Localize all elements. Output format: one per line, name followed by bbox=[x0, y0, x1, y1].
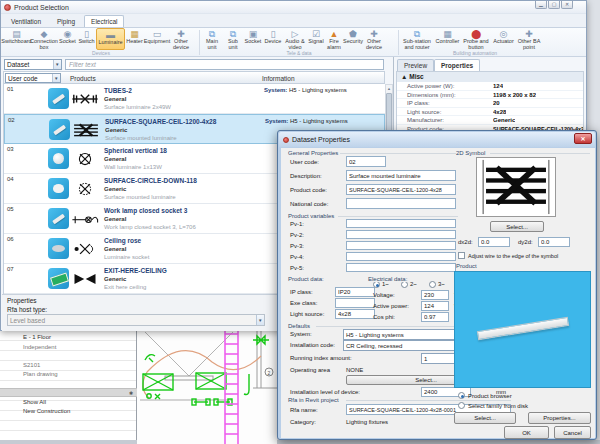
product-3d-preview[interactable] bbox=[454, 271, 591, 388]
ribbon-item-luminaire[interactable]: ▬Luminaire bbox=[96, 28, 125, 50]
ribbon-item-audio-video[interactable]: ▷Audio & video bbox=[283, 28, 307, 50]
product-code-field[interactable] bbox=[346, 184, 456, 195]
select-family-disk-radio[interactable] bbox=[458, 402, 465, 409]
tree-item-s2101[interactable]: S2101 bbox=[23, 362, 40, 368]
tab-electrical[interactable]: Electrical bbox=[84, 15, 124, 27]
svg-text:2: 2 bbox=[268, 370, 271, 376]
symbol-select-button[interactable]: Select... bbox=[490, 221, 544, 232]
ribbon-item-controller[interactable]: ▦Controller bbox=[434, 28, 461, 50]
cancel-button[interactable]: Cancel bbox=[554, 426, 591, 439]
tab-piping[interactable]: Piping bbox=[50, 15, 82, 27]
product-group-legend: Product bbox=[456, 263, 479, 269]
property-row[interactable]: Light source:4x28 bbox=[397, 108, 583, 117]
maximize-button[interactable]: ▢ bbox=[548, 1, 560, 9]
user-code-field[interactable] bbox=[346, 156, 386, 167]
phase-1-radio[interactable] bbox=[373, 281, 380, 288]
dataset-combo[interactable]: Dataset▼ bbox=[4, 59, 62, 70]
system-label: System: bbox=[290, 331, 312, 337]
ribbon-item-signal[interactable]: ☑Signal bbox=[307, 28, 325, 50]
tab-properties[interactable]: Properties bbox=[434, 59, 480, 71]
pv3-field[interactable] bbox=[346, 241, 456, 250]
close-button[interactable]: ✕ bbox=[561, 1, 573, 9]
property-row[interactable]: IP class:20 bbox=[397, 99, 583, 108]
phase-3-radio[interactable] bbox=[429, 281, 436, 288]
dialog-close-button[interactable]: ✕ bbox=[574, 133, 592, 144]
tree-band-icon[interactable]: ✱ bbox=[129, 390, 133, 396]
national-code-field[interactable] bbox=[346, 198, 456, 209]
ribbon-item-fire-alarm[interactable]: ▲Fire alarm bbox=[325, 28, 343, 50]
floor-plan-svg: 2 bbox=[137, 330, 277, 444]
minimize-button[interactable]: ▁ bbox=[535, 1, 547, 9]
pv2-field[interactable] bbox=[346, 230, 456, 239]
ribbon-item-probe-button[interactable]: ⬤Probe and button bbox=[461, 28, 491, 50]
product-properties-button[interactable]: Properties... bbox=[528, 412, 591, 424]
products-column-header[interactable]: Products bbox=[70, 75, 96, 82]
tab-preview[interactable]: Preview bbox=[397, 59, 434, 71]
ribbon-item-main-unit[interactable]: ⧉Main unit bbox=[201, 28, 223, 50]
floor-plan-drawing[interactable]: 2 bbox=[137, 330, 277, 444]
ribbon-item-other-ba-point[interactable]: ✚Other BA point bbox=[516, 28, 542, 50]
ribbon-item-equipment[interactable]: ▭Equipment bbox=[144, 28, 170, 50]
adjust-wire-checkbox[interactable] bbox=[458, 252, 465, 259]
window-titlebar[interactable]: Product Selection bbox=[1, 1, 586, 14]
ribbon-item-actuator[interactable]: ◎Actuator bbox=[491, 28, 516, 50]
pv5-field[interactable] bbox=[346, 263, 456, 272]
ribbon-item-switch[interactable]: ▯Switch bbox=[77, 28, 96, 50]
description-field[interactable] bbox=[346, 170, 456, 181]
tree-item-show-all[interactable]: Show All bbox=[23, 399, 46, 405]
product-select-button[interactable]: Select... bbox=[454, 412, 516, 424]
tree-item-floor[interactable]: E - 1 Floor bbox=[23, 334, 51, 340]
property-row[interactable]: Manufacturer:Generic bbox=[397, 116, 583, 125]
phase-2-radio[interactable] bbox=[401, 281, 408, 288]
ribbon-item-security[interactable]: ⬟Security bbox=[343, 28, 363, 50]
cos-phi-field[interactable] bbox=[421, 312, 449, 322]
national-code-label: National code: bbox=[290, 201, 328, 207]
ribbon-item-heater[interactable]: ▦Heater bbox=[125, 28, 144, 50]
ribbon-item-other-device[interactable]: ✚Other device bbox=[170, 28, 192, 50]
ribbon-item-switchboard[interactable]: ▤Switchboard bbox=[3, 28, 30, 50]
electrical-data-legend: Electrical data: bbox=[368, 276, 409, 282]
cos-phi-label: Cos phi: bbox=[373, 314, 395, 320]
tree-item-new-construction[interactable]: New Construction bbox=[23, 408, 70, 414]
tab-ventilation[interactable]: Ventilation bbox=[4, 15, 48, 27]
phase-2-label: 2~ bbox=[410, 281, 417, 287]
property-group-misc[interactable]: ▲ Misc bbox=[397, 72, 583, 82]
ribbon-item-socket[interactable]: ◉Socket bbox=[58, 28, 77, 50]
property-row[interactable]: Dimensions (mm):1198 x 200 x 82 bbox=[397, 91, 583, 100]
scroll-up-icon[interactable]: ▲ bbox=[386, 86, 392, 91]
ribbon-item-sub-station-router[interactable]: ⧉Sub-station and router bbox=[400, 28, 434, 50]
tree-item-plan-drawing[interactable]: Plan drawing bbox=[23, 371, 58, 377]
filter-input[interactable] bbox=[65, 59, 384, 70]
ribbon-item-other-device-tele[interactable]: ✚Other device bbox=[363, 28, 385, 50]
project-browser-panel: E - 1 Floor Independent S2101 Plan drawi… bbox=[0, 331, 137, 440]
table-row[interactable]: 01 TUBES-2 General Surface luminaire 2x4… bbox=[4, 84, 385, 114]
ribbon-tab-bar: Ventilation Piping Electrical bbox=[1, 14, 586, 28]
operating-area-value: NONE bbox=[346, 367, 363, 373]
dy2d-field[interactable] bbox=[538, 237, 570, 247]
exe-class-field[interactable] bbox=[335, 298, 375, 308]
operating-area-label: Operating area bbox=[290, 367, 330, 373]
pv4-field[interactable] bbox=[346, 252, 456, 261]
voltage-field[interactable] bbox=[421, 290, 449, 300]
ribbon-item-connection-box[interactable]: ◆Connection box bbox=[30, 28, 58, 50]
light-source-field[interactable] bbox=[335, 309, 375, 319]
ip-class-field[interactable] bbox=[335, 287, 375, 297]
dialog-title: Dataset Properties bbox=[292, 136, 350, 143]
ribbon-item-socket-tele[interactable]: ▣Socket bbox=[243, 28, 263, 50]
property-row[interactable]: Active power (W):124 bbox=[397, 82, 583, 91]
dialog-titlebar[interactable]: Dataset Properties bbox=[279, 132, 595, 147]
information-column-header[interactable]: Information bbox=[262, 75, 295, 82]
product-browser-radio[interactable] bbox=[458, 392, 465, 399]
ok-button[interactable]: OK bbox=[504, 426, 549, 439]
pv1-field[interactable] bbox=[346, 219, 456, 228]
ip-class-label: IP class: bbox=[290, 289, 313, 295]
active-power-field[interactable] bbox=[421, 301, 449, 311]
dx2d-field[interactable] bbox=[478, 237, 510, 247]
rfa-host-type-combo[interactable]: Level based▼ bbox=[7, 314, 265, 326]
ribbon-item-device[interactable]: ▯Device bbox=[263, 28, 283, 50]
product-thumbnail bbox=[48, 268, 69, 289]
symbol-2d-legend: 2D Symbol bbox=[456, 150, 487, 156]
tree-item-independent[interactable]: Independent bbox=[23, 344, 56, 350]
ribbon-item-sub-unit[interactable]: ⧉Sub unit bbox=[223, 28, 243, 50]
user-code-header-combo[interactable]: User code▼ bbox=[5, 73, 61, 83]
